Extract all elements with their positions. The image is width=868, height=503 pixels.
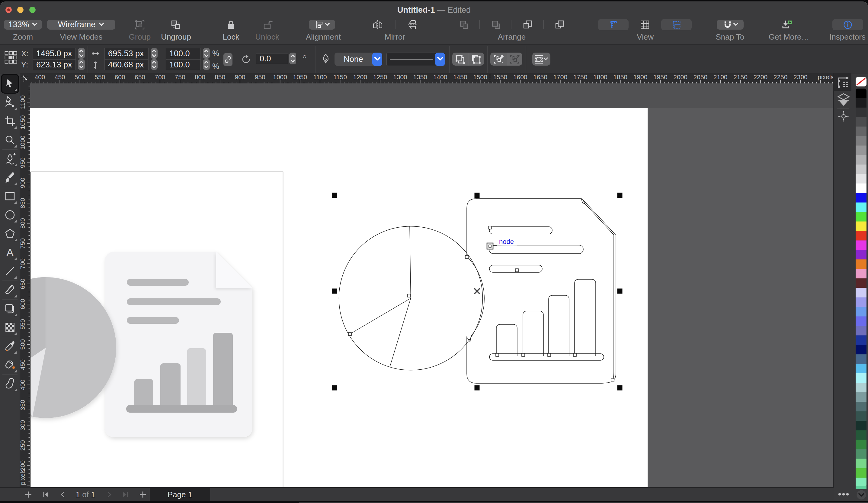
- svg-text:2150: 2150: [733, 73, 747, 80]
- svg-text:500: 500: [20, 339, 26, 350]
- svg-text:450: 450: [20, 360, 26, 370]
- svg-text:400: 400: [20, 380, 26, 390]
- svg-text:1000: 1000: [273, 73, 287, 80]
- svg-text:600: 600: [20, 299, 26, 309]
- svg-text:700: 700: [155, 73, 165, 80]
- svg-text:800: 800: [195, 73, 205, 80]
- svg-text:node: node: [499, 238, 514, 245]
- svg-text:1350: 1350: [413, 73, 427, 80]
- svg-text:1600: 1600: [513, 73, 527, 80]
- svg-text:400: 400: [34, 73, 45, 80]
- svg-text:550: 550: [20, 319, 26, 330]
- svg-text:600: 600: [115, 73, 125, 80]
- svg-text:650: 650: [135, 73, 145, 80]
- svg-text:700: 700: [20, 259, 26, 269]
- svg-text:1050: 1050: [293, 73, 307, 80]
- svg-text:1500: 1500: [473, 73, 487, 80]
- svg-text:750: 750: [20, 238, 26, 249]
- svg-text:500: 500: [75, 73, 85, 80]
- svg-text:1700: 1700: [553, 73, 567, 80]
- svg-text:2100: 2100: [713, 73, 727, 80]
- svg-text:1950: 1950: [653, 73, 668, 80]
- svg-text:2200: 2200: [753, 73, 767, 80]
- svg-text:1750: 1750: [574, 73, 588, 80]
- svg-text:350: 350: [20, 400, 26, 410]
- svg-text:1000: 1000: [20, 135, 26, 150]
- svg-text:2300: 2300: [793, 73, 808, 80]
- svg-text:250: 250: [20, 440, 26, 451]
- svg-text:1850: 1850: [613, 73, 627, 80]
- svg-text:300: 300: [20, 420, 26, 431]
- svg-text:850: 850: [215, 73, 225, 80]
- svg-text:900: 900: [20, 178, 26, 188]
- svg-text:850: 850: [20, 198, 26, 208]
- svg-text:1900: 1900: [633, 73, 648, 80]
- svg-text:2000: 2000: [673, 73, 688, 80]
- svg-text:1150: 1150: [333, 73, 347, 80]
- svg-text:A: A: [7, 247, 13, 258]
- svg-text:1300: 1300: [393, 73, 407, 80]
- svg-text:900: 900: [235, 73, 245, 80]
- svg-text:800: 800: [20, 218, 26, 229]
- svg-text:1100: 1100: [20, 95, 26, 109]
- svg-text:450: 450: [55, 73, 65, 80]
- svg-text:1800: 1800: [593, 73, 608, 80]
- svg-text:pixels: pixels: [818, 73, 833, 80]
- svg-text:950: 950: [255, 73, 265, 80]
- svg-text:1650: 1650: [533, 73, 547, 80]
- svg-text:550: 550: [94, 73, 105, 80]
- svg-text:950: 950: [20, 158, 26, 168]
- svg-text:1100: 1100: [313, 73, 327, 80]
- svg-text:pixels: pixels: [20, 469, 26, 485]
- svg-text:1450: 1450: [453, 73, 467, 80]
- svg-text:650: 650: [20, 279, 26, 289]
- svg-text:1400: 1400: [433, 73, 447, 80]
- svg-text:1200: 1200: [353, 73, 367, 80]
- svg-text:1250: 1250: [373, 73, 388, 80]
- svg-text:2250: 2250: [774, 73, 788, 80]
- svg-text:1550: 1550: [493, 73, 507, 80]
- svg-text:750: 750: [175, 73, 185, 80]
- svg-text:2050: 2050: [693, 73, 708, 80]
- svg-text:1050: 1050: [20, 115, 26, 129]
